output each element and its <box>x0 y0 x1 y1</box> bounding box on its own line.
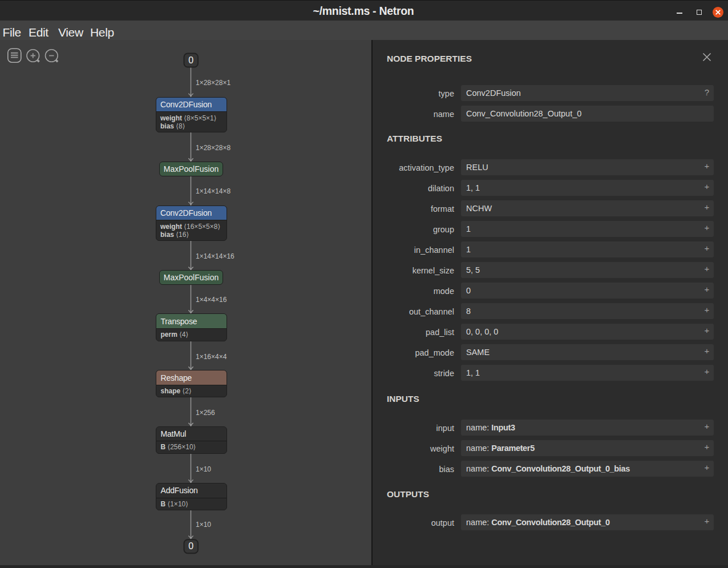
svg-text:1×10: 1×10 <box>196 521 211 529</box>
svg-text:0: 0 <box>188 541 193 551</box>
svg-text:1×14×14×8: 1×14×14×8 <box>196 187 230 195</box>
svg-text:1×28×28×1: 1×28×28×1 <box>196 79 230 87</box>
svg-text:1×4×4×16: 1×4×4×16 <box>196 296 227 304</box>
svg-text:1×16×4×4: 1×16×4×4 <box>196 353 227 361</box>
svg-text:0: 0 <box>188 55 193 65</box>
svg-text:1×28×28×8: 1×28×28×8 <box>196 144 230 152</box>
svg-text:1×256: 1×256 <box>196 409 215 417</box>
svg-text:1×14×14×16: 1×14×14×16 <box>196 252 234 260</box>
svg-text:1×10: 1×10 <box>196 465 211 473</box>
